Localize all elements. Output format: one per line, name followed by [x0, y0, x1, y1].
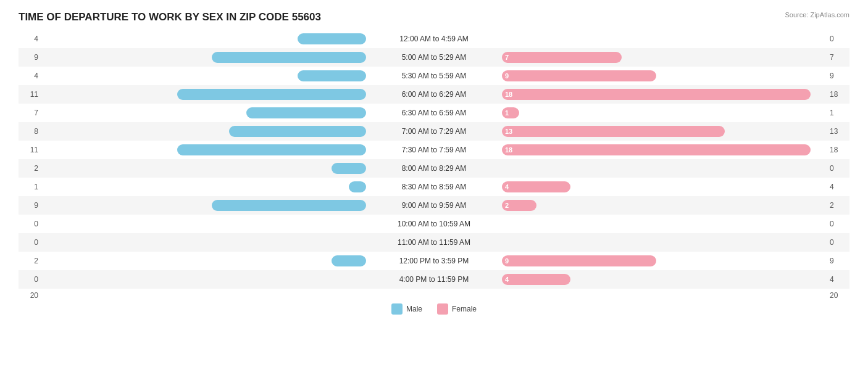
left-bar-container	[42, 33, 366, 44]
left-value: 4	[19, 72, 42, 80]
right-value: 18	[826, 90, 849, 99]
time-label: 12:00 PM to 3:59 PM	[399, 257, 469, 265]
bar-female-value: 13	[505, 128, 512, 135]
left-value: 1	[19, 183, 42, 191]
right-bar-container: 7	[502, 52, 826, 63]
center-label-area: 10:00 AM to 10:59 AM	[366, 215, 502, 233]
center-label-area: 12:00 PM to 3:59 PM	[366, 252, 502, 270]
bar-female: 4	[502, 181, 570, 192]
chart-row: 2 8:00 AM to 8:29 AM 0	[19, 159, 849, 178]
center-label-area: 11:00 AM to 11:59 AM	[366, 233, 502, 252]
bar-male	[298, 70, 366, 81]
chart-row: 8 7:00 AM to 7:29 AM 13 13	[19, 122, 849, 141]
left-bar-container	[42, 126, 366, 137]
right-value: 4	[826, 183, 849, 191]
right-bar-container: 9	[502, 255, 826, 266]
center-label-area: 4:00 PM to 11:59 PM	[366, 270, 502, 289]
bar-female: 9	[502, 255, 656, 266]
left-bar-container	[42, 70, 366, 81]
bar-female: 1	[502, 107, 519, 118]
bar-male	[246, 107, 366, 118]
left-bar-container	[42, 107, 366, 118]
left-bar-container	[42, 52, 366, 63]
bar-female: 18	[502, 89, 811, 100]
legend-female-box	[437, 303, 448, 315]
right-value: 0	[826, 220, 849, 228]
left-value: 0	[19, 220, 42, 228]
right-value: 13	[826, 127, 849, 136]
time-label: 4:00 PM to 11:59 PM	[399, 275, 469, 284]
right-value: 0	[826, 35, 849, 43]
time-label: 11:00 AM to 11:59 AM	[398, 238, 470, 247]
chart-row: 2 12:00 PM to 3:59 PM 9 9	[19, 252, 849, 270]
legend-male: Male	[391, 303, 422, 315]
chart-row: 11 6:00 AM to 6:29 AM 18 18	[19, 85, 849, 104]
chart-row: 1 8:30 AM to 8:59 AM 4 4	[19, 178, 849, 196]
chart-row: 7 6:30 AM to 6:59 AM 1 1	[19, 104, 849, 122]
axis-right-label: 20	[826, 291, 849, 300]
time-label: 10:00 AM to 10:59 AM	[398, 220, 470, 228]
legend-male-box	[391, 303, 403, 315]
bar-female: 9	[502, 70, 656, 81]
left-value: 8	[19, 127, 42, 136]
left-bar-container	[42, 237, 366, 248]
center-label-area: 5:30 AM to 5:59 AM	[366, 67, 502, 85]
right-value: 1	[826, 109, 849, 117]
bar-female-value: 9	[505, 257, 509, 265]
left-bar-container	[42, 274, 366, 285]
time-label: 6:00 AM to 6:29 AM	[402, 90, 467, 99]
time-label: 8:00 AM to 8:29 AM	[402, 164, 467, 173]
left-value: 0	[19, 275, 42, 284]
time-label: 7:00 AM to 7:29 AM	[402, 127, 467, 136]
time-label: 5:00 AM to 5:29 AM	[402, 53, 467, 62]
left-value: 2	[19, 257, 42, 265]
right-value: 7	[826, 53, 849, 62]
right-value: 9	[826, 257, 849, 265]
right-value: 2	[826, 201, 849, 210]
time-label: 5:30 AM to 5:59 AM	[402, 72, 467, 80]
axis-left-label: 20	[19, 291, 42, 300]
time-label: 9:00 AM to 9:59 AM	[402, 201, 467, 210]
time-label: 7:30 AM to 7:59 AM	[402, 146, 467, 154]
bar-female-value: 4	[505, 276, 509, 283]
right-bar-container: 13	[502, 126, 826, 137]
left-bar-container	[42, 218, 366, 229]
chart-title: TIME OF DEPARTURE TO WORK BY SEX IN ZIP …	[19, 11, 849, 23]
chart-row: 4 5:30 AM to 5:59 AM 9 9	[19, 67, 849, 85]
chart-row: 4 12:00 AM to 4:59 AM 0	[19, 30, 849, 48]
bar-male	[212, 200, 366, 211]
right-bar-container	[502, 33, 826, 44]
chart-area: 4 12:00 AM to 4:59 AM 0 9 5:00 AM to	[19, 30, 849, 289]
axis-row: 20 20	[19, 291, 849, 300]
chart-row: 0 10:00 AM to 10:59 AM 0	[19, 215, 849, 233]
bar-female-value: 1	[505, 109, 509, 117]
bar-female: 13	[502, 126, 725, 137]
right-bar-container: 4	[502, 181, 826, 192]
right-bar-container: 2	[502, 200, 826, 211]
bar-female: 7	[502, 52, 622, 63]
right-bar-container: 9	[502, 70, 826, 81]
bar-male	[349, 181, 366, 192]
right-bar-container: 18	[502, 144, 826, 155]
chart-row: 0 11:00 AM to 11:59 AM 0	[19, 233, 849, 252]
chart-row: 9 9:00 AM to 9:59 AM 2 2	[19, 196, 849, 215]
bar-female-value: 18	[505, 146, 512, 154]
legend-female-label: Female	[452, 305, 477, 313]
legend-row: Male Female	[19, 303, 849, 315]
bar-female-value: 18	[505, 91, 512, 98]
center-label-area: 6:30 AM to 6:59 AM	[366, 104, 502, 122]
right-bar-container: 4	[502, 274, 826, 285]
left-bar-container	[42, 181, 366, 192]
right-bar-container	[502, 163, 826, 174]
left-value: 4	[19, 35, 42, 43]
bar-female: 4	[502, 274, 570, 285]
left-bar-container	[42, 200, 366, 211]
legend-female: Female	[437, 303, 477, 315]
left-value: 7	[19, 109, 42, 117]
right-bar-container: 18	[502, 89, 826, 100]
chart-container: TIME OF DEPARTURE TO WORK BY SEX IN ZIP …	[0, 0, 868, 367]
center-label-area: 6:00 AM to 6:29 AM	[366, 85, 502, 104]
bar-female: 2	[502, 200, 536, 211]
left-value: 9	[19, 201, 42, 210]
left-bar-container	[42, 144, 366, 155]
